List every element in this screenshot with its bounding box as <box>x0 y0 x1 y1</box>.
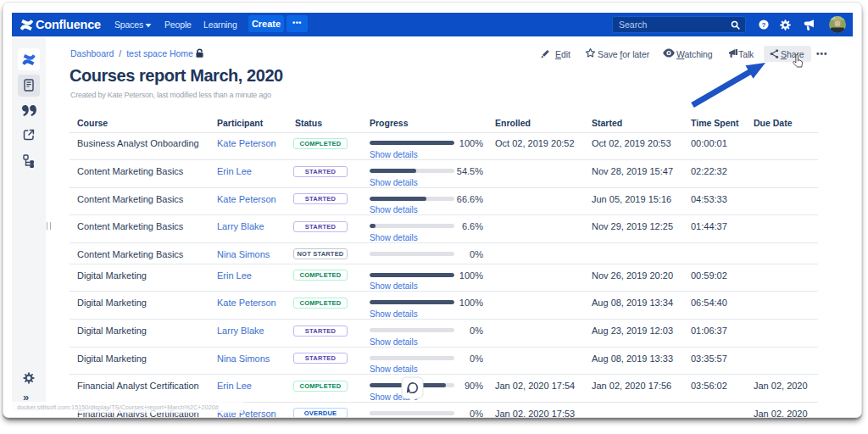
svg-text:?: ? <box>762 21 766 29</box>
